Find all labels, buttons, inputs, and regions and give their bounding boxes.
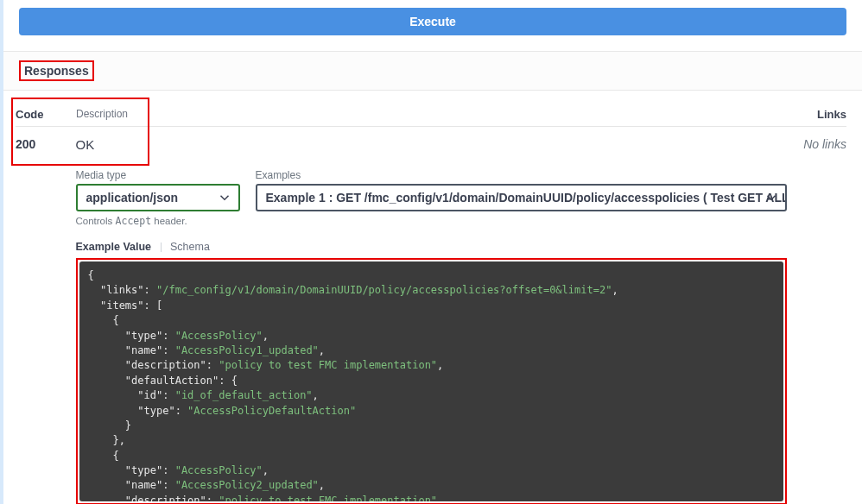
response-row: 200 OK Media type application/json bbox=[16, 127, 846, 504]
col-header-description: Description bbox=[76, 108, 786, 121]
media-type-help: Controls Accept header. bbox=[76, 215, 240, 227]
chevron-down-icon bbox=[219, 192, 230, 203]
media-type-group: Media type application/json Controls Acc… bbox=[76, 169, 240, 227]
execute-area: Execute bbox=[3, 0, 862, 51]
response-description-col: OK Media type application/json Controls … bbox=[76, 137, 787, 504]
tab-separator bbox=[161, 243, 162, 252]
controls-row: Media type application/json Controls Acc… bbox=[76, 169, 787, 227]
examples-select[interactable]: Example 1 : GET /fmc_config/v1/domain/Do… bbox=[256, 184, 787, 211]
media-type-label: Media type bbox=[76, 169, 240, 181]
examples-label: Examples bbox=[256, 169, 787, 181]
detail-tabs: Example Value Schema bbox=[76, 241, 787, 253]
examples-selected: Example 1 : GET /fmc_config/v1/domain/Do… bbox=[266, 191, 787, 205]
response-links-col: No links bbox=[787, 137, 847, 504]
responses-body: Code Description Links 200 OK Media type… bbox=[3, 91, 862, 504]
no-links-text: No links bbox=[803, 137, 846, 151]
response-code: 200 bbox=[16, 137, 76, 504]
col-header-links: Links bbox=[786, 108, 846, 121]
tab-example-value[interactable]: Example Value bbox=[76, 241, 152, 253]
api-panel: Execute Responses Code Description Links… bbox=[0, 0, 862, 504]
examples-group: Examples Example 1 : GET /fmc_config/v1/… bbox=[256, 169, 787, 211]
example-code[interactable]: { "links": "/fmc_config/v1/domain/Domain… bbox=[79, 261, 783, 501]
response-description: OK bbox=[76, 137, 787, 152]
tab-schema[interactable]: Schema bbox=[170, 241, 210, 253]
responses-table-header: Code Description Links bbox=[16, 99, 846, 127]
responses-section-header: Responses bbox=[3, 51, 862, 91]
col-header-code: Code bbox=[16, 108, 76, 121]
responses-tab[interactable]: Responses bbox=[19, 60, 94, 81]
example-highlight-box: { "links": "/fmc_config/v1/domain/Domain… bbox=[76, 258, 787, 504]
media-type-selected: application/json bbox=[86, 191, 179, 205]
media-type-select[interactable]: application/json bbox=[76, 184, 240, 211]
execute-button[interactable]: Execute bbox=[19, 8, 846, 35]
